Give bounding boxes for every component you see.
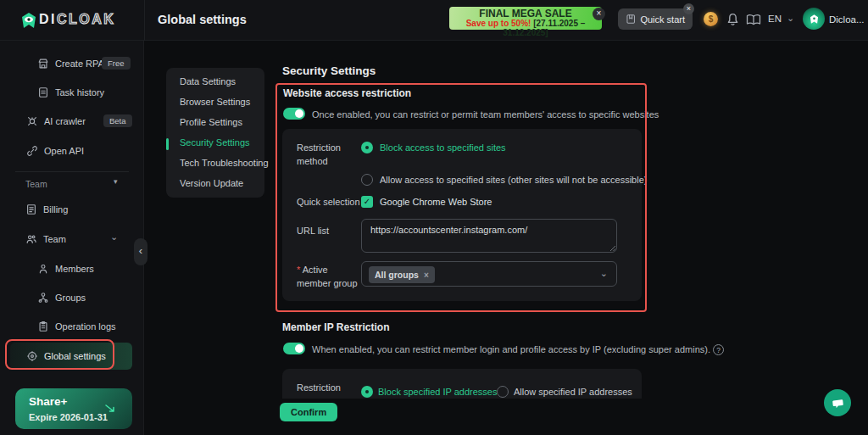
chat-support-button[interactable]: [824, 389, 851, 416]
active-member-group-select[interactable]: All groups × ⌄: [361, 261, 617, 287]
team-chevron-down-icon[interactable]: ⌄: [110, 231, 118, 243]
website-restriction-title: Website access restriction: [283, 87, 411, 99]
sidebar-label-team: Team: [43, 234, 66, 244]
url-list-label: URL list: [297, 226, 329, 236]
nav-item-tech-troubleshooting[interactable]: Tech Troubleshooting: [180, 158, 269, 168]
ip-restriction-toggle[interactable]: [283, 343, 305, 354]
all-groups-tag: All groups ×: [369, 266, 435, 283]
tag-remove-icon[interactable]: ×: [424, 270, 429, 280]
sidebar-item-open-api[interactable]: Open API: [26, 145, 84, 157]
url-list-input[interactable]: https://accountscenter.instagram.com/: [361, 219, 617, 253]
radio-allow-ip[interactable]: [497, 386, 509, 398]
radio-allow-access[interactable]: [361, 174, 373, 186]
website-restriction-description: Once enabled, you can restrict or permit…: [312, 109, 659, 120]
banner-close-icon[interactable]: ×: [593, 8, 605, 20]
topbar-divider: [144, 0, 145, 41]
avatar-mark-icon: [809, 14, 820, 25]
sidebar-item-operation-logs[interactable]: Operation logs: [37, 321, 116, 332]
team-section-caret-down-icon[interactable]: ▾: [114, 177, 118, 186]
docs-book-icon[interactable]: [746, 14, 761, 26]
confirm-button[interactable]: Confirm: [280, 403, 337, 421]
app-root: DICLOAK Global settings FINAL MEGA SALE …: [0, 0, 868, 435]
radio-block-ip[interactable]: [361, 386, 373, 398]
share-title: Share+: [29, 395, 67, 408]
page-title: Global settings: [158, 13, 247, 26]
sidebar-label-groups: Groups: [55, 293, 86, 303]
nav-item-data-settings[interactable]: Data Settings: [180, 76, 236, 86]
language-chevron-down-icon[interactable]: ⌄: [787, 13, 794, 24]
sidebar-item-billing[interactable]: Billing: [25, 204, 68, 215]
sidebar-label-create-rpa: Create RPA: [55, 59, 104, 69]
quick-start-close-icon[interactable]: ×: [683, 3, 694, 14]
link-icon: [26, 145, 38, 157]
ip-restriction-description-text: When enabled, you can restrict member lo…: [312, 344, 710, 354]
nav-item-security-settings[interactable]: Security Settings: [180, 137, 250, 148]
guide-book-icon: [626, 14, 636, 25]
settings-gear-icon: [26, 350, 38, 362]
select-chevron-down-icon: ⌄: [600, 268, 608, 279]
sidebar-divider: [15, 171, 129, 172]
ip-restriction-description: When enabled, you can restrict member lo…: [312, 344, 724, 355]
website-restriction-toggle[interactable]: [283, 108, 305, 120]
chat-bubble-icon: [830, 395, 846, 411]
share-expire-date: Expire 2026-01-31: [29, 412, 108, 422]
active-nav-indicator: [166, 138, 169, 150]
quick-selection-label: Quick selection: [297, 197, 360, 207]
nav-item-browser-settings[interactable]: Browser Settings: [180, 97, 250, 107]
language-selector[interactable]: EN: [768, 14, 782, 24]
language-label: EN: [768, 14, 782, 24]
sidebar-item-members[interactable]: Members: [37, 263, 94, 275]
textarea-resize-handle[interactable]: [609, 245, 616, 252]
sale-banner[interactable]: FINAL MEGA SALE Save up to 50%! [27.11.2…: [449, 7, 602, 30]
chrome-web-store-label[interactable]: Google Chrome Web Store: [380, 197, 492, 207]
badge-free: Free: [102, 57, 131, 70]
sidebar-item-ai-crawler[interactable]: AI crawler: [26, 115, 86, 127]
sidebar-item-global-settings[interactable]: Global settings: [26, 350, 106, 362]
coin-icon[interactable]: $: [704, 12, 718, 26]
invoice-icon: [25, 204, 37, 215]
share-card[interactable]: Share+ Expire 2026-01-31: [15, 388, 132, 429]
sidebar-item-task-history[interactable]: Task history: [37, 86, 104, 98]
user-avatar[interactable]: [803, 8, 825, 30]
logo-text: DICLOAK: [39, 12, 115, 27]
sidebar-collapse-button[interactable]: ‹: [134, 238, 147, 265]
quick-start-button[interactable]: Quick start: [618, 8, 693, 30]
restriction-method-label: Restriction method: [297, 141, 356, 168]
quick-start-label: Quick start: [640, 14, 685, 25]
share-arrow-icon: [103, 402, 117, 415]
sidebar-item-groups[interactable]: Groups: [37, 292, 86, 304]
sidebar-item-create-rpa[interactable]: Create RPA: [37, 58, 104, 70]
sidebar-item-team[interactable]: Team: [25, 233, 66, 245]
sidebar-label-task-history: Task history: [55, 87, 104, 98]
ip-restriction-title: Member IP Restriction: [282, 321, 389, 333]
nav-item-profile-settings[interactable]: Profile Settings: [180, 117, 242, 127]
sale-banner-title: FINAL MEGA SALE: [449, 8, 602, 19]
badge-beta: Beta: [103, 114, 132, 127]
document-icon: [37, 86, 49, 98]
radio-allow-access-label[interactable]: Allow access to specified sites (other s…: [380, 175, 647, 185]
sidebar-label-open-api: Open API: [44, 146, 84, 156]
crawler-bug-icon: [26, 115, 38, 127]
radio-block-ip-label[interactable]: Block specified IP addresses: [378, 387, 497, 397]
ip-restriction-method-label: Restriction: [297, 382, 341, 393]
nav-item-version-update[interactable]: Version Update: [180, 178, 243, 188]
sidebar-label-ai-crawler: AI crawler: [44, 116, 86, 126]
settings-nav-panel: Data Settings Browser Settings Profile S…: [166, 68, 264, 198]
sidebar-label-global-settings: Global settings: [44, 351, 106, 361]
help-question-icon[interactable]: ?: [713, 344, 724, 355]
radio-allow-ip-label[interactable]: Allow specified IP addresses: [514, 387, 632, 397]
clipboard-icon: [37, 321, 49, 332]
radio-block-access-label[interactable]: Block access to specified sites: [380, 142, 506, 153]
radio-block-access[interactable]: [361, 142, 373, 153]
sidebar: [0, 41, 144, 435]
logo-solid: DI: [39, 12, 57, 26]
active-member-group-text: Active member group: [297, 265, 358, 288]
active-member-group-label: * Active member group: [297, 263, 359, 290]
notification-bell-icon[interactable]: [726, 12, 740, 27]
content-heading: Security Settings: [282, 64, 376, 77]
chrome-web-store-checkbox[interactable]: ✓: [361, 196, 373, 208]
sale-banner-subtitle: Save up to 50%! [27.11.2025 – 31.12.2025…: [449, 19, 602, 37]
username-label[interactable]: Dicloa...: [829, 14, 865, 25]
sidebar-section-team[interactable]: Team: [25, 179, 47, 189]
org-group-icon: [37, 292, 49, 304]
